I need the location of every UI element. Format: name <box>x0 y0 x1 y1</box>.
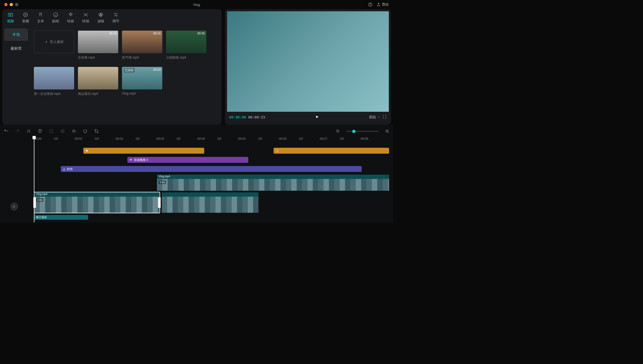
tab-sticker[interactable]: 贴纸 <box>52 12 59 24</box>
zoom-slider-handle[interactable] <box>352 130 355 133</box>
text-icon <box>38 12 44 18</box>
help-icon[interactable] <box>368 2 373 7</box>
filter-clip[interactable]: ◬ 奶杏 <box>61 166 362 172</box>
zoom-out-button[interactable] <box>336 129 340 134</box>
tab-adjust[interactable]: 调节 <box>112 12 119 24</box>
tab-effect[interactable]: 特效 <box>67 12 74 24</box>
media-filename: 海边落日.mp4 <box>78 92 118 96</box>
video-icon <box>8 12 13 18</box>
video-clip-upper-thumbnails <box>157 179 389 191</box>
tab-transition[interactable]: 转场 <box>82 12 89 24</box>
trim-handle-right[interactable] <box>158 197 161 208</box>
preview-frame <box>227 11 389 112</box>
timecode-current: 00:00:00 <box>229 115 246 119</box>
record-button[interactable] <box>60 129 65 134</box>
video-clip-lower-2-head <box>162 192 258 197</box>
window-maximize-button[interactable] <box>15 3 18 6</box>
sticker-clip-2[interactable]: ☺ <box>274 148 389 154</box>
video-clip-lower-2[interactable] <box>162 192 258 213</box>
aspect-ratio-select[interactable]: 原始 <box>369 115 380 120</box>
effect-icon <box>68 12 74 18</box>
sidebar-tab-local[interactable]: 本地 <box>4 28 28 41</box>
media-thumbnail[interactable]: 00:15 <box>78 31 118 53</box>
audio-clip[interactable]: 春日漫游 <box>34 215 88 220</box>
tab-label: 转场 <box>82 19 89 24</box>
svg-point-1 <box>370 5 370 6</box>
duration-badge: 00:35 <box>197 32 205 35</box>
tab-filter[interactable]: 滤镜 <box>97 12 104 24</box>
svg-point-5 <box>54 13 58 17</box>
crop-button[interactable] <box>49 129 54 134</box>
tab-label: 滤镜 <box>97 19 104 24</box>
ruler-tick: 15f <box>54 137 58 140</box>
fullscreen-button[interactable] <box>382 115 387 120</box>
ruler-tick: :00:06 <box>278 137 287 140</box>
video-clip-upper-duration: 5.6s <box>159 181 166 184</box>
ruler-tick: :00:04 <box>197 137 205 140</box>
tab-text[interactable]: 文本 <box>37 12 44 24</box>
video-clip-upper-name: Vlog.mp4 <box>157 175 389 179</box>
aspect-ratio-label: 原始 <box>369 115 376 120</box>
import-media-button[interactable]: 导入素材 <box>34 31 74 53</box>
import-label: 导入素材 <box>50 39 64 44</box>
ruler-tick: 15f <box>299 137 303 140</box>
rotate-button[interactable] <box>83 129 88 134</box>
adjust-icon <box>113 12 119 18</box>
sidebar-tab-library[interactable]: 素材库 <box>4 42 28 55</box>
window-close-button[interactable] <box>4 3 8 6</box>
tab-label: 文本 <box>37 19 44 24</box>
media-filename: Vlog.mp4 <box>122 92 162 95</box>
video-clip-lower-selected[interactable]: Vlog.mp4 3.0s <box>34 192 160 213</box>
ruler-tick: :00:08 <box>360 137 368 140</box>
effect-clip[interactable]: ✦ 浪漫氛围 II <box>127 157 248 163</box>
media-thumbnail[interactable] <box>78 67 118 89</box>
ruler-tick: 15f <box>258 137 262 140</box>
tab-label: 音频 <box>22 19 29 24</box>
media-filename: 公园踏青.mp4 <box>166 55 206 60</box>
audio-icon <box>23 12 28 18</box>
split-button[interactable] <box>26 129 31 134</box>
duration-badge: 00:15 <box>109 32 117 35</box>
effect-clip-label: 浪漫氛围 II <box>134 158 148 162</box>
redo-button[interactable] <box>15 129 20 134</box>
media-thumbnail[interactable] <box>34 67 74 89</box>
plus-icon <box>44 40 48 44</box>
flower-icon: ❀ <box>85 149 88 153</box>
delete-button[interactable] <box>38 129 42 134</box>
export-button[interactable]: 导出 <box>376 2 389 7</box>
undo-button[interactable] <box>4 129 9 134</box>
audio-clip-label: 春日漫游 <box>36 216 47 219</box>
media-thumbnail[interactable]: 00:15 <box>122 31 162 53</box>
play-button[interactable] <box>315 115 319 120</box>
window-minimize-button[interactable] <box>10 3 13 6</box>
ruler-tick: 15f <box>135 137 139 140</box>
video-clip-upper[interactable]: Vlog.mp4 5.6s <box>157 175 389 191</box>
video-clip-lower-name: Vlog.mp4 <box>34 192 160 197</box>
zoom-slider[interactable] <box>346 131 379 132</box>
tab-audio[interactable]: 音频 <box>22 12 29 24</box>
preview-viewport[interactable] <box>227 11 389 112</box>
media-thumbnail[interactable]: 已添加 00:03 <box>122 67 162 89</box>
ruler-tick: :00:07 <box>319 137 328 140</box>
chevron-down-icon <box>377 116 380 119</box>
mute-track-button[interactable] <box>10 203 18 211</box>
tab-video[interactable]: 视频 <box>7 12 14 24</box>
crop-ratio-button[interactable] <box>94 129 99 134</box>
playhead[interactable] <box>34 136 34 222</box>
tab-label: 调节 <box>112 19 119 24</box>
project-title: Vlog <box>193 3 200 7</box>
ruler-tick: 15f <box>217 137 221 140</box>
timecode-total: 00:00:33 <box>248 115 265 119</box>
sticker-clip-1[interactable]: ❀ <box>83 148 204 154</box>
ruler-tick: :00:05 <box>238 137 246 140</box>
mirror-button[interactable] <box>71 129 76 134</box>
filter-icon <box>98 12 104 18</box>
media-filename: 热气球.mp4 <box>122 55 162 60</box>
tab-label: 特效 <box>67 19 74 24</box>
media-thumbnail[interactable]: 00:35 <box>166 31 206 53</box>
ruler-tick: 15f <box>340 137 344 140</box>
zoom-in-button[interactable] <box>385 129 389 134</box>
ruler-tick: 15f <box>95 137 99 140</box>
export-icon <box>376 2 381 7</box>
svg-point-4 <box>25 14 26 15</box>
